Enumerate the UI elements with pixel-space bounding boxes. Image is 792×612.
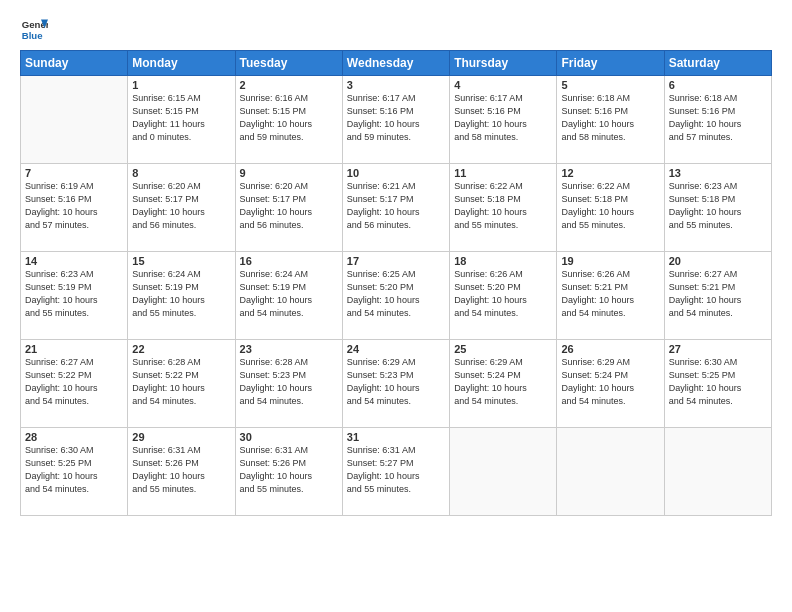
day-info: Sunrise: 6:25 AMSunset: 5:20 PMDaylight:… (347, 268, 445, 320)
day-number: 24 (347, 343, 445, 355)
day-number: 26 (561, 343, 659, 355)
day-number: 13 (669, 167, 767, 179)
day-number: 4 (454, 79, 552, 91)
day-number: 21 (25, 343, 123, 355)
day-info: Sunrise: 6:15 AMSunset: 5:15 PMDaylight:… (132, 92, 230, 144)
day-cell: 16Sunrise: 6:24 AMSunset: 5:19 PMDayligh… (235, 252, 342, 340)
day-info: Sunrise: 6:30 AMSunset: 5:25 PMDaylight:… (669, 356, 767, 408)
weekday-header-row: SundayMondayTuesdayWednesdayThursdayFrid… (21, 51, 772, 76)
day-cell: 13Sunrise: 6:23 AMSunset: 5:18 PMDayligh… (664, 164, 771, 252)
day-cell: 12Sunrise: 6:22 AMSunset: 5:18 PMDayligh… (557, 164, 664, 252)
day-number: 1 (132, 79, 230, 91)
weekday-header-friday: Friday (557, 51, 664, 76)
day-info: Sunrise: 6:31 AMSunset: 5:27 PMDaylight:… (347, 444, 445, 496)
day-number: 11 (454, 167, 552, 179)
logo: General Blue (20, 16, 48, 44)
weekday-header-sunday: Sunday (21, 51, 128, 76)
day-cell: 6Sunrise: 6:18 AMSunset: 5:16 PMDaylight… (664, 76, 771, 164)
day-cell: 9Sunrise: 6:20 AMSunset: 5:17 PMDaylight… (235, 164, 342, 252)
day-info: Sunrise: 6:17 AMSunset: 5:16 PMDaylight:… (347, 92, 445, 144)
day-number: 14 (25, 255, 123, 267)
logo-icon: General Blue (20, 16, 48, 44)
calendar-table: SundayMondayTuesdayWednesdayThursdayFrid… (20, 50, 772, 516)
day-number: 17 (347, 255, 445, 267)
day-number: 8 (132, 167, 230, 179)
svg-text:Blue: Blue (22, 30, 43, 41)
day-cell: 11Sunrise: 6:22 AMSunset: 5:18 PMDayligh… (450, 164, 557, 252)
weekday-header-tuesday: Tuesday (235, 51, 342, 76)
week-row-4: 21Sunrise: 6:27 AMSunset: 5:22 PMDayligh… (21, 340, 772, 428)
day-number: 22 (132, 343, 230, 355)
day-info: Sunrise: 6:24 AMSunset: 5:19 PMDaylight:… (240, 268, 338, 320)
week-row-2: 7Sunrise: 6:19 AMSunset: 5:16 PMDaylight… (21, 164, 772, 252)
day-info: Sunrise: 6:26 AMSunset: 5:20 PMDaylight:… (454, 268, 552, 320)
week-row-3: 14Sunrise: 6:23 AMSunset: 5:19 PMDayligh… (21, 252, 772, 340)
day-cell: 4Sunrise: 6:17 AMSunset: 5:16 PMDaylight… (450, 76, 557, 164)
day-info: Sunrise: 6:24 AMSunset: 5:19 PMDaylight:… (132, 268, 230, 320)
weekday-header-thursday: Thursday (450, 51, 557, 76)
day-cell: 20Sunrise: 6:27 AMSunset: 5:21 PMDayligh… (664, 252, 771, 340)
day-number: 27 (669, 343, 767, 355)
weekday-header-wednesday: Wednesday (342, 51, 449, 76)
day-cell: 26Sunrise: 6:29 AMSunset: 5:24 PMDayligh… (557, 340, 664, 428)
day-number: 30 (240, 431, 338, 443)
day-info: Sunrise: 6:19 AMSunset: 5:16 PMDaylight:… (25, 180, 123, 232)
day-number: 9 (240, 167, 338, 179)
calendar-page: General Blue SundayMondayTuesdayWednesda… (0, 0, 792, 612)
day-info: Sunrise: 6:29 AMSunset: 5:24 PMDaylight:… (561, 356, 659, 408)
day-number: 10 (347, 167, 445, 179)
day-cell: 21Sunrise: 6:27 AMSunset: 5:22 PMDayligh… (21, 340, 128, 428)
day-info: Sunrise: 6:29 AMSunset: 5:23 PMDaylight:… (347, 356, 445, 408)
day-cell: 15Sunrise: 6:24 AMSunset: 5:19 PMDayligh… (128, 252, 235, 340)
day-info: Sunrise: 6:23 AMSunset: 5:18 PMDaylight:… (669, 180, 767, 232)
day-number: 29 (132, 431, 230, 443)
day-cell: 23Sunrise: 6:28 AMSunset: 5:23 PMDayligh… (235, 340, 342, 428)
day-number: 23 (240, 343, 338, 355)
day-number: 12 (561, 167, 659, 179)
header: General Blue (20, 16, 772, 44)
day-cell: 28Sunrise: 6:30 AMSunset: 5:25 PMDayligh… (21, 428, 128, 516)
day-cell: 17Sunrise: 6:25 AMSunset: 5:20 PMDayligh… (342, 252, 449, 340)
day-cell: 8Sunrise: 6:20 AMSunset: 5:17 PMDaylight… (128, 164, 235, 252)
day-cell: 24Sunrise: 6:29 AMSunset: 5:23 PMDayligh… (342, 340, 449, 428)
day-info: Sunrise: 6:20 AMSunset: 5:17 PMDaylight:… (132, 180, 230, 232)
day-info: Sunrise: 6:31 AMSunset: 5:26 PMDaylight:… (240, 444, 338, 496)
day-cell (557, 428, 664, 516)
day-number: 6 (669, 79, 767, 91)
day-cell: 29Sunrise: 6:31 AMSunset: 5:26 PMDayligh… (128, 428, 235, 516)
day-info: Sunrise: 6:28 AMSunset: 5:22 PMDaylight:… (132, 356, 230, 408)
day-number: 5 (561, 79, 659, 91)
day-cell: 30Sunrise: 6:31 AMSunset: 5:26 PMDayligh… (235, 428, 342, 516)
day-cell (450, 428, 557, 516)
day-info: Sunrise: 6:28 AMSunset: 5:23 PMDaylight:… (240, 356, 338, 408)
day-info: Sunrise: 6:27 AMSunset: 5:21 PMDaylight:… (669, 268, 767, 320)
day-info: Sunrise: 6:18 AMSunset: 5:16 PMDaylight:… (669, 92, 767, 144)
day-cell: 1Sunrise: 6:15 AMSunset: 5:15 PMDaylight… (128, 76, 235, 164)
day-cell: 18Sunrise: 6:26 AMSunset: 5:20 PMDayligh… (450, 252, 557, 340)
weekday-header-saturday: Saturday (664, 51, 771, 76)
day-cell: 27Sunrise: 6:30 AMSunset: 5:25 PMDayligh… (664, 340, 771, 428)
day-info: Sunrise: 6:29 AMSunset: 5:24 PMDaylight:… (454, 356, 552, 408)
day-info: Sunrise: 6:18 AMSunset: 5:16 PMDaylight:… (561, 92, 659, 144)
day-cell: 31Sunrise: 6:31 AMSunset: 5:27 PMDayligh… (342, 428, 449, 516)
day-cell: 22Sunrise: 6:28 AMSunset: 5:22 PMDayligh… (128, 340, 235, 428)
day-info: Sunrise: 6:16 AMSunset: 5:15 PMDaylight:… (240, 92, 338, 144)
day-number: 3 (347, 79, 445, 91)
day-info: Sunrise: 6:31 AMSunset: 5:26 PMDaylight:… (132, 444, 230, 496)
day-cell: 2Sunrise: 6:16 AMSunset: 5:15 PMDaylight… (235, 76, 342, 164)
day-cell: 7Sunrise: 6:19 AMSunset: 5:16 PMDaylight… (21, 164, 128, 252)
day-cell: 25Sunrise: 6:29 AMSunset: 5:24 PMDayligh… (450, 340, 557, 428)
day-number: 2 (240, 79, 338, 91)
day-info: Sunrise: 6:26 AMSunset: 5:21 PMDaylight:… (561, 268, 659, 320)
day-info: Sunrise: 6:22 AMSunset: 5:18 PMDaylight:… (561, 180, 659, 232)
day-number: 15 (132, 255, 230, 267)
day-cell: 5Sunrise: 6:18 AMSunset: 5:16 PMDaylight… (557, 76, 664, 164)
day-number: 19 (561, 255, 659, 267)
day-cell (664, 428, 771, 516)
day-info: Sunrise: 6:23 AMSunset: 5:19 PMDaylight:… (25, 268, 123, 320)
day-info: Sunrise: 6:20 AMSunset: 5:17 PMDaylight:… (240, 180, 338, 232)
day-number: 25 (454, 343, 552, 355)
day-info: Sunrise: 6:30 AMSunset: 5:25 PMDaylight:… (25, 444, 123, 496)
day-cell: 19Sunrise: 6:26 AMSunset: 5:21 PMDayligh… (557, 252, 664, 340)
day-number: 18 (454, 255, 552, 267)
